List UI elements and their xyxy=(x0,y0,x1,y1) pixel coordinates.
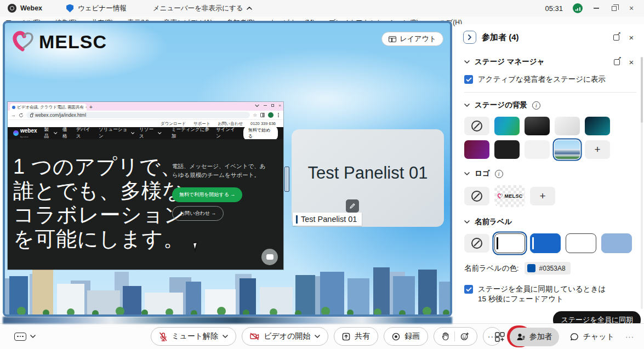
name-label-color-swatch xyxy=(527,264,535,272)
close-window-button[interactable]: × xyxy=(628,4,635,12)
panel-popout-icon[interactable] xyxy=(611,32,621,42)
camera-off-icon xyxy=(250,333,259,340)
layout-button[interactable]: レイアウト xyxy=(381,32,443,46)
nav-products[interactable]: 製品 xyxy=(44,127,58,140)
chat-toggle-button[interactable]: チャット xyxy=(563,328,621,346)
bg-purple-gradient-option[interactable] xyxy=(464,140,489,159)
unmute-button[interactable]: ミュート解除 xyxy=(151,327,236,346)
panel-scrollbar-thumb[interactable] xyxy=(641,57,643,123)
sync-fadeout-checkbox[interactable] xyxy=(464,285,473,294)
meeting-timer: 05:31 xyxy=(545,4,563,13)
connection-quality-icon[interactable] xyxy=(573,3,583,13)
nav-devices[interactable]: デバイス xyxy=(76,127,94,140)
logo-melsc-option-selected[interactable]: MELSC xyxy=(494,185,525,207)
name-label-none-option[interactable] xyxy=(464,234,489,253)
bg-city-option-selected[interactable] xyxy=(555,140,580,159)
stage-logo-text: MELSC xyxy=(39,31,107,53)
participants-toggle-button[interactable]: 参加者 xyxy=(510,328,559,346)
nav-signin[interactable]: サインイン xyxy=(216,127,238,140)
webex-logo-icon xyxy=(8,4,16,13)
util-support-link[interactable]: サポート xyxy=(193,121,210,127)
browser-minimize-icon[interactable] xyxy=(264,105,267,106)
util-contact-link[interactable]: お問い合わせ xyxy=(218,121,243,127)
name-label-styles xyxy=(457,230,644,255)
bg-add-button[interactable]: + xyxy=(585,140,610,159)
tab-close-icon[interactable]: × xyxy=(86,105,87,110)
bg-green-blue-gradient-option[interactable] xyxy=(494,117,520,135)
new-tab-button[interactable]: + xyxy=(89,104,93,111)
browser-sidepanel-icon[interactable] xyxy=(260,113,265,117)
panelist-name-label: Test Panelist 01 xyxy=(293,213,362,226)
hide-menubar-label: メニューバーを非表示にする xyxy=(153,4,243,13)
webex-wordmark: webex xyxy=(20,128,37,134)
webex-site-logo[interactable]: webex by cisco xyxy=(13,128,37,138)
panelist-video-tile[interactable]: Test Panelist 01 Test Panelist 01 xyxy=(292,129,444,227)
restore-button[interactable] xyxy=(610,4,618,12)
stage-manager-popout-icon[interactable] xyxy=(612,57,622,67)
logo-add-button[interactable]: + xyxy=(530,187,555,205)
browser-profile-avatar[interactable] xyxy=(268,112,273,118)
bg-teal-gradient-option[interactable] xyxy=(585,117,610,135)
browser-menu-chevron-icon[interactable] xyxy=(255,104,259,107)
bg-none-option[interactable] xyxy=(464,117,489,135)
nav-join-meeting[interactable]: ミーティングに参加 xyxy=(172,127,211,140)
raise-hand-icon[interactable] xyxy=(442,332,449,341)
site-chat-widget[interactable] xyxy=(261,249,278,265)
participants-label: 参加者 xyxy=(529,332,552,342)
edit-name-label-button[interactable] xyxy=(346,199,359,213)
chat-bubble-icon xyxy=(570,333,579,341)
stage-manager-collapse-icon[interactable] xyxy=(464,60,470,64)
browser-reload-icon[interactable] xyxy=(19,113,24,118)
minimize-button[interactable] xyxy=(592,4,600,12)
nav-solutions[interactable]: ソリューション xyxy=(99,127,134,140)
share-button[interactable]: 共有 xyxy=(334,327,378,346)
share-screen-icon xyxy=(342,333,350,341)
bg-black-option[interactable] xyxy=(494,140,520,159)
stage-divider-handle[interactable] xyxy=(284,167,289,192)
apps-icon[interactable] xyxy=(494,331,505,342)
browser-close-icon[interactable]: × xyxy=(278,103,281,108)
record-button[interactable]: 録画 xyxy=(384,327,428,346)
logo-info-icon[interactable]: i xyxy=(495,170,503,178)
mouse-cursor xyxy=(193,242,200,252)
stage-manager-close-icon[interactable]: × xyxy=(626,57,636,67)
browser-tab[interactable]: ビデオ会議, クラウド電話, 画面共有 × xyxy=(10,104,87,111)
nav-resources[interactable]: リソース xyxy=(139,127,162,140)
panels-more-button[interactable]: ··· xyxy=(625,333,634,341)
hero-contact-button[interactable]: お問い合わせ → xyxy=(172,206,224,221)
active-speaker-checkbox[interactable] xyxy=(464,75,473,84)
util-download-link[interactable]: ダウンロード xyxy=(161,121,186,127)
hide-menubar-button[interactable]: メニューバーを非表示にする xyxy=(153,4,252,13)
name-label-style-2[interactable] xyxy=(530,233,561,253)
webinar-info-button[interactable]: ウェビナー情報 xyxy=(78,4,127,13)
name-label-style-3[interactable] xyxy=(566,233,596,253)
browser-restore-icon[interactable] xyxy=(271,104,274,107)
logo-none-option[interactable] xyxy=(464,187,489,205)
chat-label: チャット xyxy=(583,332,614,342)
nav-pricing[interactable]: 価格 xyxy=(62,127,71,140)
name-label-style-1-selected[interactable] xyxy=(494,233,525,253)
bg-dark-wave-option[interactable] xyxy=(525,117,550,135)
stage-preview-window: MELSC レイアウト ビデオ会議, クラウド電話, 画面共有 × + × xyxy=(3,21,452,317)
panel-expand-button[interactable] xyxy=(463,31,476,44)
stage-bg-title: ステージの背景 xyxy=(475,100,527,110)
panel-close-icon[interactable]: × xyxy=(626,32,636,42)
name-label-collapse-icon[interactable] xyxy=(464,220,470,224)
browser-forward-icon[interactable]: → xyxy=(11,112,16,118)
hero-start-free-button[interactable]: 無料で利用を開始する → xyxy=(172,187,242,202)
name-label-color-chip[interactable]: #0353A8 xyxy=(525,262,571,274)
reactions-smiley-icon[interactable] xyxy=(460,332,469,341)
bookmark-star-icon[interactable]: ☆ xyxy=(253,112,257,118)
bg-light-gray-option[interactable] xyxy=(555,117,580,135)
browser-more-icon[interactable] xyxy=(278,115,279,116)
stage-bg-info-icon[interactable]: i xyxy=(532,101,540,110)
url-box[interactable]: webex.com/ja/index.html xyxy=(26,112,250,118)
bg-white-option[interactable] xyxy=(525,140,550,159)
chevron-down-icon xyxy=(223,334,228,339)
logo-collapse-icon[interactable] xyxy=(464,171,470,176)
name-label-style-4[interactable] xyxy=(601,233,632,253)
nav-free-cta[interactable]: 無料で始める xyxy=(243,125,278,141)
captions-button[interactable] xyxy=(14,333,36,341)
start-video-button[interactable]: ビデオの開始 xyxy=(242,327,328,346)
stage-bg-collapse-icon[interactable] xyxy=(464,103,470,107)
